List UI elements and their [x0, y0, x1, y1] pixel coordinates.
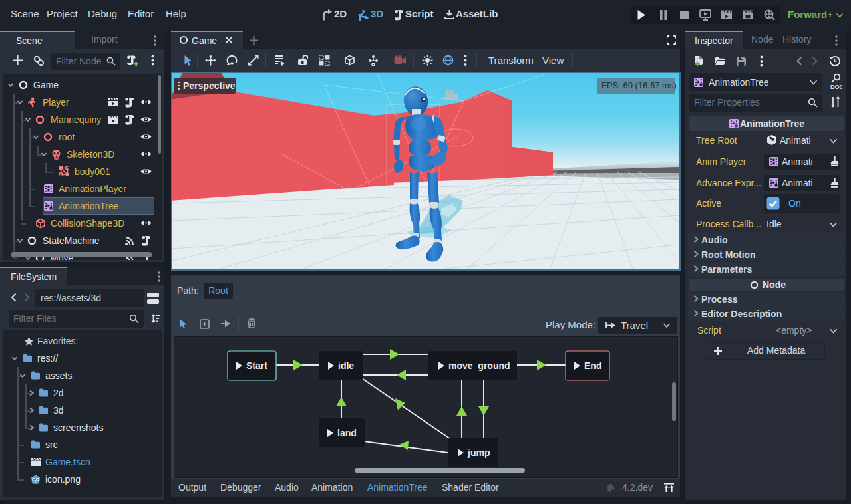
svg-text:Perspective: Perspective [183, 80, 236, 91]
svg-text:land: land [337, 428, 357, 438]
svg-text:Start: Start [246, 360, 267, 371]
svg-text:move_ground: move_ground [448, 360, 510, 371]
svg-text:idle: idle [338, 360, 354, 371]
svg-text:jump: jump [467, 447, 490, 458]
svg-text:FPS: 60 (16.67 ms): FPS: 60 (16.67 ms) [601, 80, 677, 90]
svg-text:End: End [584, 360, 601, 371]
svg-text:DOC: DOC [830, 84, 842, 90]
